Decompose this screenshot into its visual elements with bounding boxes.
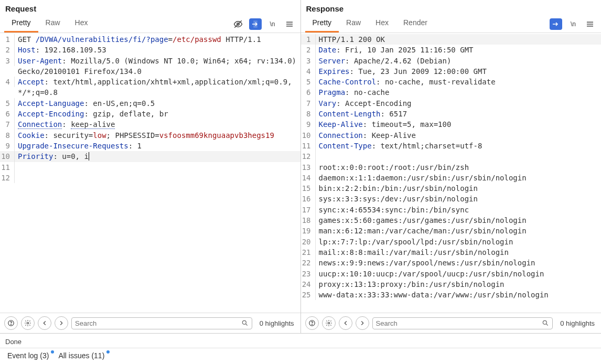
- code-line[interactable]: 15bin:x:2:2:bin:/bin:/usr/sbin/nologin: [301, 183, 602, 194]
- prev-match-icon[interactable]: [38, 316, 51, 330]
- code-line[interactable]: 5Accept-Language: en-US,en;q=0.5: [0, 98, 300, 109]
- gear-icon[interactable]: [322, 316, 336, 330]
- code-content[interactable]: Server: Apache/2.4.62 (Debian): [316, 56, 602, 66]
- code-line[interactable]: 1HTTP/1.1 200 OK: [301, 34, 602, 45]
- send-icon[interactable]: [550, 18, 562, 30]
- code-content[interactable]: mail:x:8:8:mail:/var/mail:/usr/sbin/nolo…: [316, 247, 602, 258]
- menu-icon[interactable]: [584, 18, 596, 30]
- code-content[interactable]: Accept-Encoding: gzip, deflate, br: [15, 109, 300, 119]
- newline-icon[interactable]: \n: [267, 18, 278, 30]
- code-line[interactable]: 10Connection: Keep-Alive: [301, 130, 602, 141]
- code-line[interactable]: 17sync:x:4:65534:sync:/bin:/bin/sync: [301, 205, 602, 215]
- code-line[interactable]: 20lp:x:7:7:lp:/var/spool/lpd:/usr/sbin/n…: [301, 237, 602, 247]
- code-line[interactable]: 5Cache-Control: no-cache, must-revalidat…: [301, 77, 602, 87]
- response-search[interactable]: [372, 317, 553, 329]
- code-content[interactable]: Connection: keep-alive: [15, 119, 300, 130]
- tab-pretty[interactable]: Pretty: [305, 15, 339, 33]
- code-line[interactable]: 18games:x:5:60:games:/usr/games:/usr/sbi…: [301, 215, 602, 226]
- code-content[interactable]: Connection: Keep-Alive: [316, 130, 602, 141]
- code-content[interactable]: sys:x:3:3:sys:/dev:/usr/sbin/nologin: [316, 194, 602, 204]
- code-content[interactable]: Upgrade-Insecure-Requests: 1: [15, 141, 300, 151]
- code-line[interactable]: 12: [301, 151, 602, 162]
- next-match-icon[interactable]: [55, 316, 68, 330]
- tab-event-log[interactable]: Event log (3): [7, 351, 49, 360]
- code-line[interactable]: 23uucp:x:10:10:uucp:/var/spool/uucp:/usr…: [301, 269, 602, 279]
- code-content[interactable]: Keep-Alive: timeout=5, max=100: [316, 119, 602, 130]
- help-icon[interactable]: [4, 316, 18, 330]
- send-icon[interactable]: [249, 18, 262, 30]
- code-content[interactable]: Cookie: security=low; PHPSESSID=vsfoosmm…: [15, 130, 300, 141]
- code-line[interactable]: 4Expires: Tue, 23 Jun 2009 12:00:00 GMT: [301, 66, 602, 77]
- code-line[interactable]: 11: [0, 162, 300, 173]
- code-content[interactable]: Accept-Language: en-US,en;q=0.5: [15, 98, 300, 109]
- code-content[interactable]: games:x:5:60:games:/usr/games:/usr/sbin/…: [316, 215, 602, 226]
- response-editor[interactable]: 1HTTP/1.1 200 OK2Date: Fri, 10 Jan 2025 …: [301, 33, 602, 313]
- code-content[interactable]: proxy:x:13:13:proxy:/bin:/usr/sbin/nolog…: [316, 279, 602, 290]
- code-line[interactable]: 12: [0, 173, 300, 183]
- code-line[interactable]: 8Content-Length: 6517: [301, 109, 602, 119]
- code-content[interactable]: Content-Type: text/html;charset=utf-8: [316, 141, 602, 151]
- tab-raw[interactable]: Raw: [38, 15, 68, 33]
- code-content[interactable]: Pragma: no-cache: [316, 87, 602, 98]
- code-line[interactable]: 16sys:x:3:3:sys:/dev:/usr/sbin/nologin: [301, 194, 602, 204]
- help-icon[interactable]: [305, 316, 319, 330]
- response-search-input[interactable]: [376, 319, 539, 327]
- request-search[interactable]: [71, 317, 252, 329]
- code-line[interactable]: 1GET /DVWA/vulnerabilities/fi/?page=/etc…: [0, 34, 300, 45]
- code-content[interactable]: sync:x:4:65534:sync:/bin:/bin/sync: [316, 205, 602, 215]
- code-content[interactable]: bin:x:2:2:bin:/bin:/usr/sbin/nologin: [316, 183, 602, 194]
- code-line[interactable]: 8Cookie: security=low; PHPSESSID=vsfoosm…: [0, 130, 300, 141]
- newline-icon[interactable]: \n: [567, 18, 579, 30]
- code-line[interactable]: 14daemon:x:1:1:daemon:/usr/sbin:/usr/sbi…: [301, 173, 602, 183]
- code-line[interactable]: 21mail:x:8:8:mail:/var/mail:/usr/sbin/no…: [301, 247, 602, 258]
- code-content[interactable]: [316, 151, 602, 162]
- code-line[interactable]: 25www-data:x:33:33:www-data:/var/www:/us…: [301, 290, 602, 300]
- code-line[interactable]: 4Accept: text/html,application/xhtml+xml…: [0, 77, 300, 98]
- code-line[interactable]: 13root:x:0:0:root:/root:/usr/bin/zsh: [301, 162, 602, 173]
- code-line[interactable]: 2Date: Fri, 10 Jan 2025 11:16:50 GMT: [301, 45, 602, 55]
- code-line[interactable]: 11Content-Type: text/html;charset=utf-8: [301, 141, 602, 151]
- code-content[interactable]: daemon:x:1:1:daemon:/usr/sbin:/usr/sbin/…: [316, 173, 602, 183]
- code-content[interactable]: lp:x:7:7:lp:/var/spool/lpd:/usr/sbin/nol…: [316, 237, 602, 247]
- code-content[interactable]: www-data:x:33:33:www-data:/var/www:/usr/…: [316, 290, 602, 300]
- tab-render[interactable]: Render: [396, 15, 435, 33]
- code-content[interactable]: Host: 192.168.109.53: [15, 45, 300, 55]
- hide-icon[interactable]: [232, 18, 244, 30]
- code-line[interactable]: 6Pragma: no-cache: [301, 87, 602, 98]
- code-content[interactable]: GET /DVWA/vulnerabilities/fi/?page=/etc/…: [15, 34, 300, 45]
- code-content[interactable]: man:x:6:12:man:/var/cache/man:/usr/sbin/…: [316, 226, 602, 236]
- menu-icon[interactable]: [284, 18, 295, 30]
- code-content[interactable]: uucp:x:10:10:uucp:/var/spool/uucp:/usr/s…: [316, 269, 602, 279]
- code-content[interactable]: Content-Length: 6517: [316, 109, 602, 119]
- code-line[interactable]: 9Upgrade-Insecure-Requests: 1: [0, 141, 300, 151]
- code-content[interactable]: Accept: text/html,application/xhtml+xml,…: [15, 77, 300, 98]
- code-line[interactable]: 7Vary: Accept-Encoding: [301, 98, 602, 109]
- code-content[interactable]: HTTP/1.1 200 OK: [316, 34, 602, 45]
- code-line[interactable]: 9Keep-Alive: timeout=5, max=100: [301, 119, 602, 130]
- code-content[interactable]: User-Agent: Mozilla/5.0 (Windows NT 10.0…: [15, 56, 300, 77]
- request-search-input[interactable]: [75, 319, 238, 327]
- code-line[interactable]: 2Host: 192.168.109.53: [0, 45, 300, 55]
- code-content[interactable]: root:x:0:0:root:/root:/usr/bin/zsh: [316, 162, 602, 173]
- code-line[interactable]: 3Server: Apache/2.4.62 (Debian): [301, 56, 602, 66]
- tab-hex[interactable]: Hex: [68, 15, 95, 33]
- code-line[interactable]: 24proxy:x:13:13:proxy:/bin:/usr/sbin/nol…: [301, 279, 602, 290]
- code-content[interactable]: Priority: u=0, i: [15, 151, 300, 162]
- code-content[interactable]: Vary: Accept-Encoding: [316, 98, 602, 109]
- gear-icon[interactable]: [21, 316, 35, 330]
- code-line[interactable]: 6Accept-Encoding: gzip, deflate, br: [0, 109, 300, 119]
- code-content[interactable]: Date: Fri, 10 Jan 2025 11:16:50 GMT: [316, 45, 602, 55]
- code-content[interactable]: [15, 162, 300, 173]
- tab-hex[interactable]: Hex: [368, 15, 396, 33]
- code-content[interactable]: Cache-Control: no-cache, must-revalidate: [316, 77, 602, 87]
- code-line[interactable]: 19man:x:6:12:man:/var/cache/man:/usr/sbi…: [301, 226, 602, 236]
- code-content[interactable]: news:x:9:9:news:/var/spool/news:/usr/sbi…: [316, 258, 602, 268]
- code-line[interactable]: 7Connection: keep-alive: [0, 119, 300, 130]
- code-line[interactable]: 3User-Agent: Mozilla/5.0 (Windows NT 10.…: [0, 56, 300, 77]
- tab-raw[interactable]: Raw: [339, 15, 368, 33]
- code-line[interactable]: 22news:x:9:9:news:/var/spool/news:/usr/s…: [301, 258, 602, 268]
- code-content[interactable]: [15, 173, 300, 183]
- prev-match-icon[interactable]: [339, 316, 352, 330]
- tab-all-issues[interactable]: All issues (11): [58, 351, 104, 360]
- code-content[interactable]: Expires: Tue, 23 Jun 2009 12:00:00 GMT: [316, 66, 602, 77]
